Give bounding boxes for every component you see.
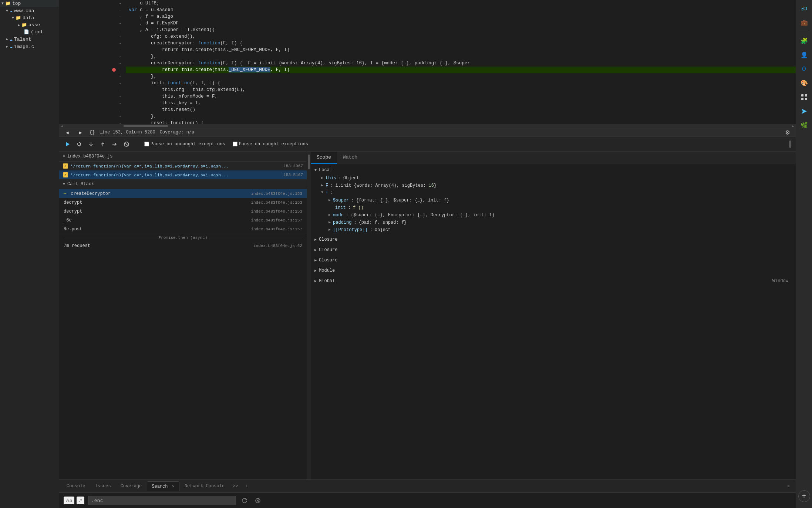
case-sensitive-btn[interactable]: Aa xyxy=(64,497,74,504)
step-into-btn[interactable] xyxy=(87,140,95,149)
tab-coverage[interactable]: Coverage xyxy=(116,482,146,491)
search-input[interactable] xyxy=(88,496,236,505)
step-over-btn[interactable] xyxy=(75,140,84,149)
expand-arrow: ▶ xyxy=(321,176,323,180)
chrome-separator xyxy=(799,32,809,32)
tab-scope[interactable]: Scope xyxy=(311,152,337,164)
scope-closure-2-header[interactable]: ▶ Closure xyxy=(311,245,796,254)
pause-caught-input[interactable] xyxy=(233,142,237,146)
expand-arrow: ▶ xyxy=(314,279,317,283)
scope-item-prototype[interactable]: ▶ [[Prototype]] : Object xyxy=(311,226,796,234)
search-tab-close[interactable]: ✕ xyxy=(172,484,175,489)
code-line: - , A = i.Cipher = l.extend({ xyxy=(59,27,796,33)
scope-item-F[interactable]: ▶ F : i.init {words: Array(4), sigBytes:… xyxy=(311,182,796,189)
breakpoint-item-1[interactable]: ✓ */return function(n){var a=r,i=a.lib,o… xyxy=(59,162,307,170)
clear-search-btn[interactable] xyxy=(253,496,263,505)
add-profile-btn[interactable]: + xyxy=(798,490,810,502)
scope-closure-3-header[interactable]: ▶ Closure xyxy=(311,256,796,265)
tab-watch[interactable]: Watch xyxy=(337,152,363,164)
scope-item-init[interactable]: init : f () xyxy=(311,204,796,211)
debugger-panel: Pause on uncaught exceptions Pause on ca… xyxy=(59,137,796,508)
apps-icon[interactable] xyxy=(798,91,810,103)
settings-btn[interactable]: ⚙ xyxy=(783,128,792,137)
coverage-status: Coverage: n/a xyxy=(160,130,195,135)
resume-btn[interactable] xyxy=(63,140,72,149)
send-icon[interactable] xyxy=(798,105,810,117)
deactivate-btn[interactable] xyxy=(122,140,131,149)
bookmark-icon[interactable]: 🏷 xyxy=(798,3,810,15)
scope-closure-1-header[interactable]: ▶ Closure xyxy=(311,235,796,244)
scope-item-padding[interactable]: ▶ padding : {pad: f, unpad: f} xyxy=(311,219,796,226)
step-out-btn[interactable] xyxy=(98,140,107,149)
breakpoint-checkbox-2[interactable]: ✓ xyxy=(63,172,68,177)
callstack-item-2[interactable]: decrypt index.b483f04e.js:153 xyxy=(59,198,307,207)
line-gutter: - xyxy=(59,60,126,67)
code-content: }, xyxy=(126,53,796,60)
callstack-item-3[interactable]: decrypt index.b483f04e.js:153 xyxy=(59,207,307,216)
callstack-item-4[interactable]: _6e index.b483f04e.js:157 xyxy=(59,216,307,225)
expand-arrow: ▼ xyxy=(63,182,65,186)
scope-module-header[interactable]: ▶ Module xyxy=(311,266,796,275)
color-wheel-icon[interactable]: 🎨 xyxy=(798,77,810,89)
more-tabs-btn[interactable]: >> xyxy=(230,482,241,491)
line-minus: - xyxy=(117,40,123,47)
sidebar-item-image[interactable]: ▶ ☁ image.c xyxy=(0,43,59,50)
callstack-item-1[interactable]: createDecryptor index.b483f04e.js:153 xyxy=(59,189,307,198)
scope-item-I[interactable]: ▼ I : xyxy=(311,189,796,197)
folder-icon: 📁 xyxy=(5,1,11,6)
scope-local-header[interactable]: ▼ Local xyxy=(311,166,796,175)
scroll-right-arrow[interactable]: ▶ xyxy=(791,124,796,128)
callstack-loc-5: index.b483f04e.js:157 xyxy=(251,227,302,231)
bottom-panel: Console Issues Coverage Search ✕ Network… xyxy=(59,480,796,508)
refresh-search-btn[interactable] xyxy=(240,496,249,505)
step-btn[interactable] xyxy=(110,140,119,149)
breakpoint-checkbox-1[interactable]: ✓ xyxy=(63,163,68,169)
scrollbar-thumb[interactable] xyxy=(124,125,168,127)
tab-console[interactable]: Console xyxy=(62,482,90,491)
sidebar-item-asse[interactable]: ▶ 📁 asse xyxy=(0,21,59,28)
pause-uncaught-input[interactable] xyxy=(144,142,149,146)
expand-btn[interactable]: ▶ xyxy=(76,128,85,137)
line-gutter: - xyxy=(59,40,126,47)
add-tab-btn[interactable]: ＋ xyxy=(242,481,252,491)
sidebar-item-ind[interactable]: 📄 (ind xyxy=(0,28,59,35)
sidebar-item-talent[interactable]: ▶ ☁ Talent xyxy=(0,35,59,43)
pause-uncaught-checkbox[interactable]: Pause on uncaught exceptions xyxy=(144,142,225,147)
toggle-debugger-btn[interactable]: ◀ xyxy=(63,128,72,137)
tab-search[interactable]: Search ✕ xyxy=(147,481,179,491)
callstack-item-6[interactable]: 7m request index.b483f04e.js:62 xyxy=(59,241,307,250)
sidebar-item-www[interactable]: ▼ ☁ www.cba xyxy=(0,7,59,14)
line-minus: - xyxy=(117,87,123,93)
puzzle-icon[interactable]: 🧩 xyxy=(798,35,810,47)
close-panel-btn[interactable]: ✕ xyxy=(784,481,793,491)
expand-arrow: ▶ xyxy=(18,23,20,27)
expand-arrow: ▼ xyxy=(12,16,14,20)
code-line: - return this.create(this._ENC_XFORM_MOD… xyxy=(59,47,796,53)
left-scrollbar[interactable] xyxy=(307,152,311,480)
sidebar-item-top[interactable]: ▼ 📁 top xyxy=(0,0,59,7)
scope-item-mode[interactable]: ▶ mode : {$super: {…}, Encryptor: {…}, D… xyxy=(311,211,796,219)
leaf-icon[interactable]: 🌿 xyxy=(798,119,810,131)
scope-global-header[interactable]: ▶ Global Window xyxy=(311,277,796,285)
scope-key: F xyxy=(326,183,328,188)
scope-item-super[interactable]: ▶ $super : {format: {…}, $super: {…}, in… xyxy=(311,197,796,204)
callstack-item-5[interactable]: Re.post index.b483f04e.js:157 xyxy=(59,225,307,234)
breakpoint-location-2: 153:5167 xyxy=(283,173,303,177)
regex-btn[interactable]: .* xyxy=(77,497,84,504)
scope-item-this[interactable]: ▶ this : Object xyxy=(311,175,796,182)
outlook-icon[interactable]: O xyxy=(798,63,810,75)
scroll-left-arrow[interactable]: ◀ xyxy=(59,124,64,128)
tab-network-console[interactable]: Network Console xyxy=(180,482,229,491)
person-icon[interactable]: 👤 xyxy=(798,49,810,61)
callstack-header[interactable]: ▼ Call Stack xyxy=(59,179,307,189)
sidebar-item-data[interactable]: ▼ 📁 data xyxy=(0,14,59,21)
breakpoints-header[interactable]: ▼ index.b483f04e.js xyxy=(59,152,307,162)
horizontal-scrollbar[interactable]: ◀ ▶ xyxy=(59,124,796,128)
briefcase-icon[interactable]: 💼 xyxy=(798,17,810,29)
pause-caught-checkbox[interactable]: Pause on caught exceptions xyxy=(233,142,308,147)
breakpoint-item-2[interactable]: ✓ */return function(n){var a=r,i=a.lib,o… xyxy=(59,170,307,179)
svg-rect-13 xyxy=(805,98,807,100)
tab-issues[interactable]: Issues xyxy=(90,482,115,491)
scroll-indicator xyxy=(788,140,792,149)
callstack-section: ▼ Call Stack createDecryptor index.b483f… xyxy=(59,179,307,480)
